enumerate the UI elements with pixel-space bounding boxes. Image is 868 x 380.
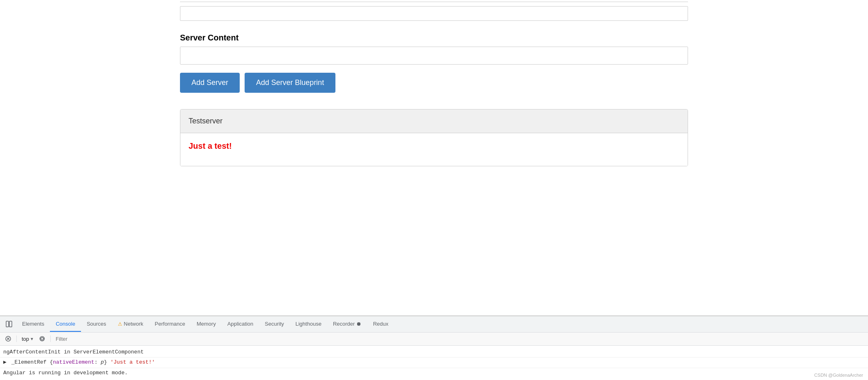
tab-redux[interactable]: Redux [367,317,394,332]
svg-rect-0 [6,321,9,327]
clear-console-button[interactable] [3,334,13,344]
console-line-1: ngAfterContentInit in ServerElementCompo… [0,347,868,358]
console-output: ngAfterContentInit in ServerElementCompo… [0,346,868,380]
server-card: Testserver Just a test! [180,109,688,166]
chevron-down-icon: ▼ [30,337,34,341]
tab-lighthouse[interactable]: Lighthouse [290,317,327,332]
network-warning-icon: ⚠ [118,321,122,327]
tab-console[interactable]: Console [50,317,81,332]
tab-security[interactable]: Security [259,317,290,332]
svg-rect-1 [9,321,12,327]
console-text-1: ngAfterContentInit in ServerElementCompo… [3,349,144,355]
tab-application[interactable]: Application [222,317,259,332]
console-toolbar: top ▼ [0,333,868,346]
tab-recorder[interactable]: Recorder ⏺ [327,317,367,332]
console-line-3: Angular is running in development mode. [0,368,868,378]
console-object-ref: p [101,359,104,365]
console-colon: : [94,359,101,365]
tab-network[interactable]: ⚠ Network [112,317,149,332]
toolbar-divider-1 [16,335,17,342]
context-label: top [22,336,29,342]
devtools-dock-icon[interactable] [2,317,16,331]
server-card-message: Just a test! [189,141,232,150]
server-card-body: Just a test! [180,133,688,166]
tab-memory[interactable]: Memory [191,317,222,332]
console-filter-input[interactable] [54,334,865,343]
console-key: nativeElement [53,359,94,365]
context-dropdown[interactable]: top ▼ [20,335,36,343]
server-content-input[interactable] [180,47,688,65]
server-card-title: Testserver [180,110,688,133]
console-settings-button[interactable] [37,334,47,344]
watermark: CSDN @GoldenaArcher [814,373,863,378]
svg-point-5 [41,338,43,340]
console-close-brace: } [104,359,110,365]
console-string-val: 'Just a test!' [110,359,155,365]
expand-icon[interactable]: ▶ [3,358,8,367]
action-buttons: Add Server Add Server Blueprint [180,73,688,93]
add-server-button[interactable]: Add Server [180,73,240,93]
tab-sources[interactable]: Sources [81,317,112,332]
console-line-2: ▶ _ElementRef {nativeElement: p} 'Just a… [0,358,868,368]
tab-elements[interactable]: Elements [16,317,50,332]
toolbar-divider-2 [50,335,51,342]
add-server-blueprint-button[interactable]: Add Server Blueprint [245,73,335,93]
top-input-field[interactable] [180,6,688,21]
devtools-panel: Elements Console Sources ⚠ Network Perfo… [0,315,868,380]
tab-performance[interactable]: Performance [149,317,191,332]
console-text-3: Angular is running in development mode. [3,370,128,376]
server-content-label: Server Content [180,33,688,42]
console-element-ref: _ElementRef { [11,359,53,365]
devtools-tabs-bar: Elements Console Sources ⚠ Network Perfo… [0,316,868,333]
